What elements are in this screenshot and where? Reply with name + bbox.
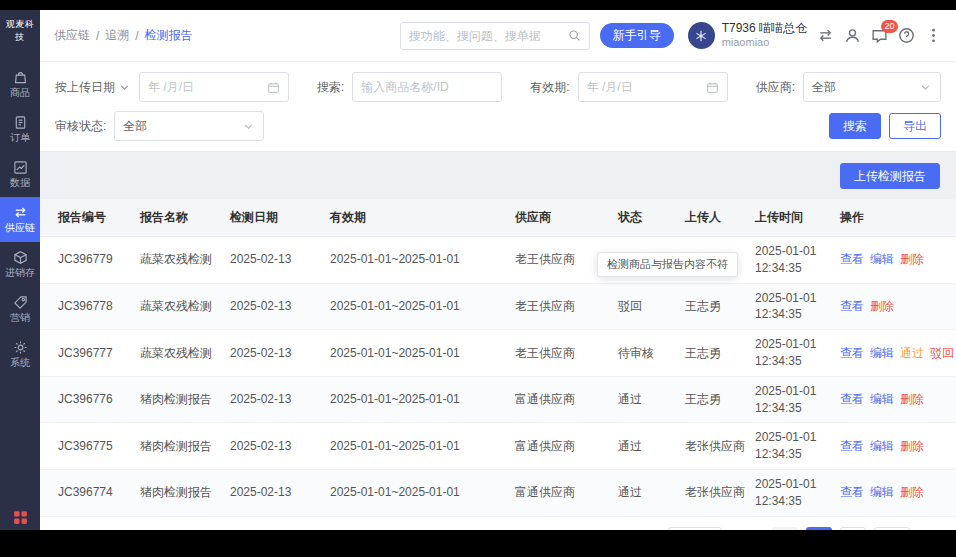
table-row: JC396776猪肉检测报告2025-02-132025-01-01~2025-… (40, 377, 956, 424)
action-delete-link[interactable]: 删除 (870, 298, 894, 315)
action-delete-link[interactable]: 删除 (900, 484, 924, 501)
upload-report-button[interactable]: 上传检测报告 (840, 163, 940, 189)
action-view-link[interactable]: 查看 (840, 345, 864, 362)
cell-report-name: 蔬菜农残检测 (140, 292, 230, 321)
cell-upload-time: 2025-01-01 12:34:35 (755, 330, 840, 376)
cell-report-id: JC396776 (58, 385, 140, 414)
sidebar-item-inventory[interactable]: 进销存 (0, 242, 40, 287)
sidebar-item-goods[interactable]: 商品 (0, 62, 40, 107)
screen: 观麦科技 商品订单数据供应链进销存营销系统 供应链/ 追溯/ 检测报告 新手引导 (0, 0, 956, 557)
column-header: 供应商 (515, 209, 618, 226)
action-edit-link[interactable]: 编辑 (870, 484, 894, 501)
audit-status-value: 全部 (123, 118, 236, 135)
action-reject-link[interactable]: 驳回 (930, 345, 954, 362)
upload-date-input-box (139, 72, 289, 102)
status-tooltip: 检测商品与报告内容不符 (597, 252, 738, 277)
action-view-link[interactable]: 查看 (840, 484, 864, 501)
cell-validity: 2025-01-01~2025-01-01 (330, 432, 515, 461)
action-view-link[interactable]: 查看 (840, 438, 864, 455)
report-table: 报告编号报告名称检测日期有效期供应商状态上传人上传时间操作 JC396779蔬菜… (40, 199, 956, 530)
table-body: JC396779蔬菜农残检测2025-02-132025-01-01~2025-… (40, 237, 956, 517)
cell-report-name: 蔬菜农残检测 (140, 245, 230, 274)
cell-report-name: 蔬菜农残检测 (140, 339, 230, 368)
sidebar-item-marketing[interactable]: 营销 (0, 287, 40, 332)
bag-icon (13, 70, 28, 85)
letterbox-bottom (0, 530, 956, 557)
help-icon[interactable] (898, 27, 915, 44)
cell-uploader: 王志勇 (685, 292, 755, 321)
breadcrumb-report[interactable]: 检测报告 (145, 27, 193, 44)
action-edit-link[interactable]: 编辑 (870, 391, 894, 408)
sidebar-item-system[interactable]: 系统 (0, 332, 40, 377)
cell-status: 通过 (618, 432, 685, 461)
calendar-icon[interactable] (267, 81, 280, 94)
sidebar-item-orders[interactable]: 订单 (0, 107, 40, 152)
breadcrumb-trace[interactable]: 追溯 (105, 27, 129, 44)
audit-status-select[interactable]: 全部 (114, 111, 264, 141)
global-search-input[interactable] (409, 29, 562, 43)
cell-upload-time: 2025-01-01 12:34:35 (755, 377, 840, 423)
column-header: 报告名称 (140, 209, 230, 226)
message-badge: 20 (881, 20, 898, 33)
export-button[interactable]: 导出 (889, 113, 941, 139)
sidebar-item-label: 系统 (10, 358, 30, 368)
action-edit-link[interactable]: 编辑 (870, 345, 894, 362)
tag-icon (13, 295, 28, 310)
action-edit-link[interactable]: 编辑 (870, 251, 894, 268)
newbie-guide-button[interactable]: 新手引导 (600, 23, 674, 48)
sidebar-item-data[interactable]: 数据 (0, 152, 40, 197)
column-header: 报告编号 (58, 209, 140, 226)
cell-uploader: 老张供应商 (685, 432, 755, 461)
upload-date-filter-label[interactable]: 按上传日期 (55, 79, 131, 96)
audit-status-label: 审核状态: (55, 118, 106, 135)
cell-actions: 查看编辑删除 (840, 385, 938, 414)
sidebar-nav: 商品订单数据供应链进销存营销系统 (0, 62, 40, 377)
supplier-filter-label: 供应商: (756, 79, 795, 96)
validity-filter-label: 有效期: (530, 79, 569, 96)
cell-supplier: 老王供应商 (515, 339, 618, 368)
search-button[interactable]: 搜索 (829, 113, 881, 139)
action-edit-link[interactable]: 编辑 (870, 438, 894, 455)
breadcrumb-separator: / (96, 29, 99, 43)
cell-status: 通过 (618, 478, 685, 507)
account-menu[interactable]: T7936 喵喵总仓 miaomiao (688, 21, 807, 50)
column-header: 有效期 (330, 209, 515, 226)
supplier-select[interactable]: 全部 (803, 72, 941, 102)
contact-person-icon[interactable] (844, 27, 861, 44)
swap-icon[interactable] (817, 27, 834, 44)
upload-date-input[interactable] (148, 80, 261, 94)
validity-date-input[interactable] (587, 80, 700, 94)
column-header: 状态 (618, 209, 685, 226)
filter-row-2: 审核状态: 全部 搜索 导出 (55, 111, 941, 141)
apps-grid-icon[interactable] (12, 509, 29, 526)
sidebar-item-label: 商品 (10, 88, 30, 98)
cell-status: 驳回 (618, 292, 685, 321)
main-area: 供应链/ 追溯/ 检测报告 新手引导 T7936 喵喵总仓 miaomiao (40, 10, 956, 530)
cell-test-date: 2025-02-13 (230, 432, 330, 461)
sidebar-item-supply-chain[interactable]: 供应链 (0, 197, 40, 242)
table-row: JC396775猪肉检测报告2025-02-132025-01-01~2025-… (40, 423, 956, 470)
column-header: 上传人 (685, 209, 755, 226)
account-info: T7936 喵喵总仓 miaomiao (722, 21, 807, 50)
cell-test-date: 2025-02-13 (230, 385, 330, 414)
action-view-link[interactable]: 查看 (840, 391, 864, 408)
action-delete-link[interactable]: 删除 (900, 438, 924, 455)
chevron-down-icon (919, 81, 932, 94)
cell-uploader: 王志勇 (685, 339, 755, 368)
action-pass-link[interactable]: 通过 (900, 345, 924, 362)
product-search-input[interactable] (361, 80, 493, 94)
action-view-link[interactable]: 查看 (840, 298, 864, 315)
action-delete-link[interactable]: 删除 (900, 391, 924, 408)
table-row: JC396774猪肉检测报告2025-02-132025-01-01~2025-… (40, 470, 956, 517)
search-icon[interactable] (568, 29, 581, 42)
action-delete-link[interactable]: 删除 (900, 251, 924, 268)
action-view-link[interactable]: 查看 (840, 251, 864, 268)
message-icon[interactable]: 20 (871, 27, 888, 44)
cell-actions: 查看编辑删除 (840, 245, 938, 274)
toolbar-row: 上传检测报告 (40, 152, 956, 199)
chevron-down-icon (118, 81, 131, 94)
more-vertical-icon[interactable] (925, 27, 942, 44)
breadcrumb-supply-chain[interactable]: 供应链 (54, 27, 90, 44)
calendar-icon[interactable] (706, 81, 719, 94)
sidebar-item-label: 供应链 (5, 223, 35, 233)
